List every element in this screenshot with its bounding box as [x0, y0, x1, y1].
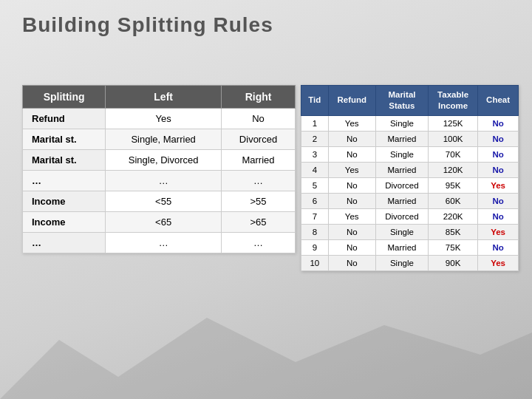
col-right: Right — [222, 86, 296, 109]
table-row: Marital st. Single, Married Divorced — [23, 129, 296, 150]
cell-cheat: No — [478, 193, 519, 208]
cell-marital: Married — [375, 162, 428, 177]
table-row: 8 No Single 85K Yes — [301, 224, 519, 239]
cell-refund: No — [328, 146, 375, 162]
row-right: … — [222, 171, 296, 191]
table-row: Income <65 >65 — [23, 212, 296, 233]
cell-refund: No — [328, 239, 375, 255]
table-row: 10 No Single 90K Yes — [301, 255, 519, 270]
cell-marital: Married — [375, 239, 428, 255]
table-row: 4 Yes Married 120K No — [301, 162, 519, 177]
cell-refund: Yes — [328, 162, 375, 177]
col-cheat: Cheat — [478, 86, 519, 116]
col-taxable-income: TaxableIncome — [429, 86, 478, 116]
table-row: 2 No Married 100K No — [301, 131, 519, 146]
cell-cheat: No — [478, 131, 519, 146]
cell-cheat: No — [478, 146, 519, 162]
cell-marital: Single — [375, 255, 428, 270]
right-table-container: Tid Refund MaritalStatus TaxableIncome C… — [301, 85, 519, 271]
cell-refund: No — [328, 193, 375, 208]
col-tid: Tid — [301, 86, 329, 116]
cell-cheat: Yes — [478, 224, 519, 239]
cell-tid: 10 — [301, 255, 329, 270]
cell-refund: No — [328, 255, 375, 270]
cell-income: 85K — [429, 224, 478, 239]
row-label: Refund — [23, 109, 106, 129]
row-right: … — [222, 233, 296, 253]
cell-cheat: No — [478, 239, 519, 255]
cell-tid: 6 — [301, 193, 329, 208]
table-row: 5 No Divorced 95K Yes — [301, 177, 519, 193]
row-right: >55 — [222, 191, 296, 212]
row-label: … — [23, 233, 106, 253]
cell-income: 75K — [429, 239, 478, 255]
table-row: … … … — [23, 171, 296, 191]
cell-tid: 2 — [301, 131, 329, 146]
table-row: 1 Yes Single 125K No — [301, 115, 519, 131]
table-row: … … … — [23, 233, 296, 253]
row-label: Income — [23, 191, 106, 212]
cell-income: 100K — [429, 131, 478, 146]
cell-marital: Single — [375, 224, 428, 239]
left-table-container: Splitting Left Right Refund Yes No Marit… — [22, 85, 296, 253]
row-right: Divorced — [222, 129, 296, 150]
row-left: <55 — [106, 191, 222, 212]
cell-marital: Married — [375, 193, 428, 208]
cell-income: 120K — [429, 162, 478, 177]
cell-marital: Divorced — [375, 208, 428, 224]
table-row: 9 No Married 75K No — [301, 239, 519, 255]
table-row: 7 Yes Divorced 220K No — [301, 208, 519, 224]
col-marital-status: MaritalStatus — [375, 86, 428, 116]
cell-tid: 9 — [301, 239, 329, 255]
row-left: <65 — [106, 212, 222, 233]
data-table: Tid Refund MaritalStatus TaxableIncome C… — [301, 85, 519, 271]
cell-refund: No — [328, 131, 375, 146]
cell-marital: Married — [375, 131, 428, 146]
cell-income: 125K — [429, 115, 478, 131]
row-label: Marital st. — [23, 150, 106, 171]
row-right: >65 — [222, 212, 296, 233]
cell-cheat: Yes — [478, 177, 519, 193]
cell-cheat: No — [478, 208, 519, 224]
cell-marital: Single — [375, 115, 428, 131]
col-left: Left — [106, 86, 222, 109]
cell-marital: Divorced — [375, 177, 428, 193]
cell-marital: Single — [375, 146, 428, 162]
cell-tid: 5 — [301, 177, 329, 193]
row-left: … — [106, 233, 222, 253]
row-label: Marital st. — [23, 129, 106, 150]
cell-refund: No — [328, 224, 375, 239]
svg-marker-0 — [0, 318, 532, 399]
cell-tid: 1 — [301, 115, 329, 131]
cell-tid: 8 — [301, 224, 329, 239]
row-right: Married — [222, 150, 296, 171]
col-splitting: Splitting — [23, 86, 106, 109]
cell-income: 95K — [429, 177, 478, 193]
splitting-table: Splitting Left Right Refund Yes No Marit… — [22, 85, 296, 253]
cell-cheat: No — [478, 162, 519, 177]
row-label: … — [23, 171, 106, 191]
cell-refund: Yes — [328, 208, 375, 224]
table-row: 3 No Single 70K No — [301, 146, 519, 162]
table-row: Refund Yes No — [23, 109, 296, 129]
cell-refund: Yes — [328, 115, 375, 131]
table-row: 6 No Married 60K No — [301, 193, 519, 208]
col-refund: Refund — [328, 86, 375, 116]
cell-cheat: Yes — [478, 255, 519, 270]
cell-income: 220K — [429, 208, 478, 224]
mountain-decoration — [0, 310, 532, 399]
table-row: Marital st. Single, Divorced Married — [23, 150, 296, 171]
cell-cheat: No — [478, 115, 519, 131]
cell-income: 90K — [429, 255, 478, 270]
row-right: No — [222, 109, 296, 129]
cell-refund: No — [328, 177, 375, 193]
row-left: … — [106, 171, 222, 191]
page-title: Building Splitting Rules — [22, 13, 273, 37]
table-row: Income <55 >55 — [23, 191, 296, 212]
cell-income: 60K — [429, 193, 478, 208]
row-left: Single, Married — [106, 129, 222, 150]
row-left: Yes — [106, 109, 222, 129]
row-label: Income — [23, 212, 106, 233]
row-left: Single, Divorced — [106, 150, 222, 171]
cell-tid: 4 — [301, 162, 329, 177]
